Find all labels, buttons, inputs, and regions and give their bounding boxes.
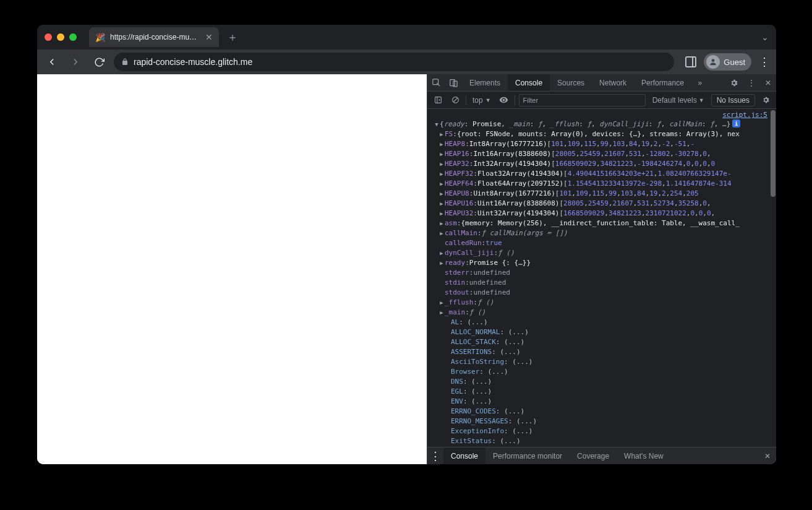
object-property-row[interactable]: calledRun: true [427, 238, 776, 248]
omnibox[interactable]: rapid-concise-muscle.glitch.me [114, 53, 674, 71]
object-lazy-property[interactable]: ERRNO_MESSAGES: (...) [427, 417, 776, 426]
caret-right-icon[interactable]: ▶ [438, 209, 445, 218]
caret-right-icon[interactable]: ▶ [438, 258, 445, 268]
close-tab-icon[interactable]: ✕ [205, 32, 213, 42]
object-lazy-property[interactable]: DNS: (...) [427, 377, 776, 387]
devtools-tab-elements[interactable]: Elements [462, 74, 508, 91]
object-property-row[interactable]: ▶HEAPU8: Uint8Array(16777216) [101, 109,… [427, 189, 776, 199]
execution-context-select[interactable]: top ▼ [470, 96, 494, 105]
object-lazy-property[interactable]: ALLOC_STACK: (...) [427, 337, 776, 347]
object-property-row[interactable]: stdout: undefined [427, 288, 776, 298]
drawer-tab-coverage[interactable]: Coverage [570, 447, 617, 464]
browser-tab[interactable]: 🎉 https://rapid-concise-muscle.g ✕ [89, 27, 219, 47]
object-property-row[interactable]: ▶HEAPF64: Float64Array(2097152) [1.15454… [427, 179, 776, 189]
more-tabs-chevron-icon[interactable]: » [691, 74, 709, 92]
scrollbar-thumb[interactable] [771, 110, 776, 197]
object-property-row[interactable]: stderr: undefined [427, 268, 776, 278]
object-property-row[interactable]: ▶HEAP32: Int32Array(4194304) [1668509029… [427, 159, 776, 169]
filter-placeholder: Filter [523, 97, 538, 104]
close-window-button[interactable] [45, 33, 52, 41]
console-settings-icon[interactable] [759, 93, 772, 107]
inspect-element-icon[interactable] [427, 74, 445, 92]
svg-line-7 [453, 98, 458, 102]
drawer-tab-what's new[interactable]: What's New [617, 447, 671, 464]
devtools-tab-console[interactable]: Console [508, 74, 550, 91]
chrome-menu-icon[interactable]: ⋮ [759, 55, 770, 69]
devtools-tab-performance[interactable]: Performance [634, 74, 691, 91]
live-expression-icon[interactable] [497, 93, 511, 107]
clear-console-icon[interactable] [448, 93, 462, 107]
devtools-close-icon[interactable]: ✕ [760, 74, 776, 92]
object-property-row[interactable]: ▶asm: {memory: Memory(256), __indirect_f… [427, 218, 776, 228]
chevron-down-icon: ▼ [699, 97, 704, 103]
maximize-window-button[interactable] [69, 33, 77, 41]
devtools-menu-icon[interactable]: ⋮ [743, 74, 760, 92]
caret-right-icon[interactable]: ▶ [438, 139, 445, 149]
caret-down-icon[interactable]: ▼ [434, 119, 440, 129]
object-lazy-property[interactable]: ExceptionInfo: (...) [427, 426, 776, 436]
object-lazy-property[interactable]: ENV: (...) [427, 397, 776, 407]
minimize-window-button[interactable] [57, 33, 64, 41]
drawer-tab-console[interactable]: Console [443, 447, 485, 464]
caret-right-icon[interactable]: ▶ [438, 228, 445, 238]
log-levels-select[interactable]: Default levels ▼ [649, 95, 707, 105]
caret-right-icon[interactable]: ▶ [438, 129, 445, 139]
caret-right-icon[interactable]: ▶ [438, 189, 445, 199]
object-lazy-property[interactable]: Browser: (...) [427, 367, 776, 377]
device-toolbar-icon[interactable] [445, 74, 462, 92]
object-property-row[interactable]: ▶HEAP16: Int16Array(8388608) [28005, 254… [427, 149, 776, 159]
caret-right-icon[interactable]: ▶ [438, 169, 445, 179]
issues-button[interactable]: No Issues [711, 94, 755, 106]
reload-button[interactable] [90, 53, 108, 71]
caret-right-icon[interactable]: ▶ [438, 159, 445, 169]
toolbar-right: Guest ⋮ [685, 53, 770, 71]
object-property-row[interactable]: ▶HEAPU16: Uint16Array(8388608) [28005, 2… [427, 199, 776, 209]
console-toolbar: top ▼ Filter Default levels ▼ No Issues [427, 92, 776, 109]
devtools-drawer: ⋮ ConsolePerformance monitorCoverageWhat… [427, 447, 776, 464]
side-panel-icon[interactable] [685, 56, 696, 67]
devtools-tab-sources[interactable]: Sources [550, 74, 592, 91]
drawer-tab-performance monitor[interactable]: Performance monitor [485, 447, 570, 464]
svg-point-0 [712, 59, 715, 62]
devtools-tab-network[interactable]: Network [592, 74, 634, 91]
source-link[interactable]: script.js:5 [722, 111, 767, 119]
object-property-row[interactable]: ▶_main: ƒ () [427, 308, 776, 318]
caret-right-icon[interactable]: ▶ [438, 179, 445, 189]
object-lazy-property[interactable]: ASSERTIONS: (...) [427, 347, 776, 357]
context-label: top [472, 96, 483, 105]
caret-right-icon[interactable]: ▶ [438, 218, 445, 228]
caret-right-icon[interactable]: ▶ [438, 298, 445, 308]
caret-right-icon[interactable]: ▶ [438, 149, 445, 159]
object-lazy-property[interactable]: ALLOC_NORMAL: (...) [427, 327, 776, 337]
object-property-row[interactable]: ▶HEAPF32: Float32Array(4194304) [4.49044… [427, 169, 776, 179]
caret-right-icon[interactable]: ▶ [438, 308, 445, 318]
object-lazy-property[interactable]: ERRNO_CODES: (...) [427, 407, 776, 417]
drawer-menu-icon[interactable]: ⋮ [427, 449, 443, 463]
object-property-row[interactable]: ▶HEAP8: Int8Array(16777216) [101, 109, 1… [427, 139, 776, 149]
filter-input[interactable]: Filter [519, 94, 646, 106]
caret-right-icon[interactable]: ▶ [438, 199, 445, 209]
profile-chip[interactable]: Guest [704, 53, 751, 71]
back-button[interactable] [43, 53, 61, 71]
object-property-row[interactable]: stdin: undefined [427, 278, 776, 288]
new-tab-button[interactable]: ＋ [224, 28, 241, 46]
object-property-row[interactable]: ▶callMain: ƒ callMain(args = []) [427, 228, 776, 238]
object-lazy-property[interactable]: AL: (...) [427, 318, 776, 327]
console-sidebar-toggle-icon[interactable] [431, 93, 445, 107]
object-property-row[interactable]: ▶HEAPU32: Uint32Array(4194304) [16685090… [427, 209, 776, 218]
object-lazy-property[interactable]: EGL: (...) [427, 387, 776, 397]
object-property-row[interactable]: ▶_fflush: ƒ () [427, 298, 776, 308]
object-lazy-property[interactable]: AsciiToString: (...) [427, 357, 776, 367]
object-property-row[interactable]: ▶dynCall_jiji: ƒ () [427, 248, 776, 258]
object-summary[interactable]: ▼ {ready: Promise, _main: ƒ, _fflush: ƒ,… [427, 119, 776, 129]
caret-right-icon[interactable]: ▶ [438, 248, 445, 258]
devtools-settings-icon[interactable] [725, 74, 743, 92]
drawer-close-icon[interactable]: ✕ [759, 447, 776, 465]
tab-list-chevron-icon[interactable]: ⌄ [761, 32, 769, 42]
tab-title: https://rapid-concise-muscle.g [110, 33, 200, 41]
address-bar: rapid-concise-muscle.glitch.me Guest ⋮ [37, 50, 776, 74]
object-property-row[interactable]: ▶FS: {root: FSNode, mounts: Array(0), de… [427, 129, 776, 139]
object-lazy-property[interactable]: ExitStatus: (...) [427, 436, 776, 446]
object-property-row[interactable]: ▶ready: Promise {: {…}} [427, 258, 776, 268]
forward-button[interactable] [67, 53, 84, 71]
